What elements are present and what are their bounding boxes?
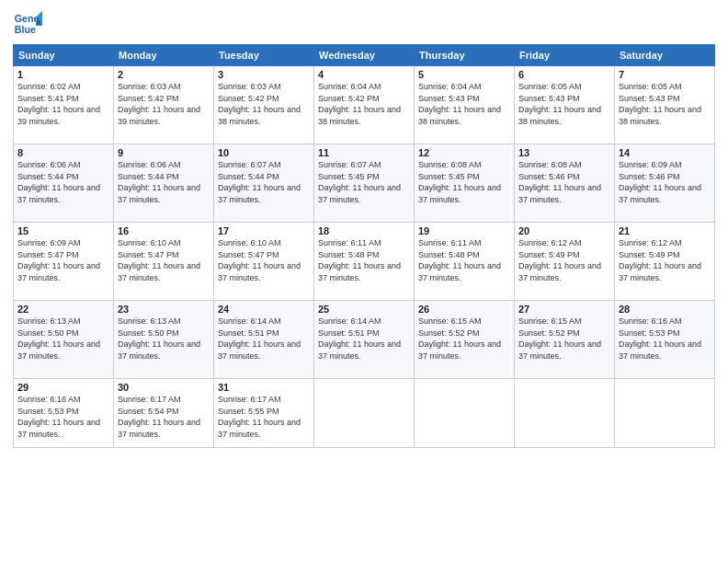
day-number: 17	[218, 225, 310, 236]
day-number: 18	[318, 225, 410, 236]
day-info: Sunrise: 6:08 AMSunset: 5:45 PMDaylight:…	[418, 159, 510, 205]
calendar-cell: 31Sunrise: 6:17 AMSunset: 5:55 PMDayligh…	[214, 379, 314, 448]
calendar-cell	[615, 379, 715, 448]
day-number: 25	[318, 304, 410, 315]
calendar-cell: 7Sunrise: 6:05 AMSunset: 5:43 PMDaylight…	[615, 66, 715, 144]
logo-icon: General Blue	[13, 9, 42, 39]
day-info: Sunrise: 6:04 AMSunset: 5:42 PMDaylight:…	[318, 81, 410, 127]
calendar-cell: 4Sunrise: 6:04 AMSunset: 5:42 PMDaylight…	[314, 66, 415, 144]
calendar-cell: 15Sunrise: 6:09 AMSunset: 5:47 PMDayligh…	[14, 223, 114, 301]
calendar-cell: 9Sunrise: 6:06 AMSunset: 5:44 PMDaylight…	[114, 144, 214, 223]
calendar-cell: 18Sunrise: 6:11 AMSunset: 5:48 PMDayligh…	[314, 223, 415, 301]
weekday-header-row: SundayMondayTuesdayWednesdayThursdayFrid…	[14, 45, 715, 66]
weekday-header-thursday: Thursday	[415, 45, 515, 66]
calendar-cell: 30Sunrise: 6:17 AMSunset: 5:54 PMDayligh…	[114, 379, 214, 448]
calendar-cell: 2Sunrise: 6:03 AMSunset: 5:42 PMDaylight…	[114, 66, 214, 144]
calendar-cell	[415, 379, 515, 448]
day-number: 29	[17, 382, 109, 393]
day-info: Sunrise: 6:10 AMSunset: 5:47 PMDaylight:…	[118, 237, 210, 283]
day-number: 16	[118, 225, 210, 236]
day-info: Sunrise: 6:05 AMSunset: 5:43 PMDaylight:…	[518, 81, 610, 127]
calendar-cell	[515, 379, 615, 448]
calendar-cell: 22Sunrise: 6:13 AMSunset: 5:50 PMDayligh…	[14, 301, 114, 379]
week-row-5: 29Sunrise: 6:16 AMSunset: 5:53 PMDayligh…	[14, 379, 715, 448]
day-info: Sunrise: 6:03 AMSunset: 5:42 PMDaylight:…	[218, 81, 310, 127]
day-info: Sunrise: 6:10 AMSunset: 5:47 PMDaylight:…	[218, 237, 310, 283]
day-number: 2	[118, 69, 210, 80]
day-number: 14	[619, 147, 711, 158]
day-info: Sunrise: 6:09 AMSunset: 5:47 PMDaylight:…	[17, 237, 109, 283]
day-info: Sunrise: 6:09 AMSunset: 5:46 PMDaylight:…	[619, 159, 711, 205]
calendar-cell: 10Sunrise: 6:07 AMSunset: 5:44 PMDayligh…	[214, 144, 314, 223]
calendar-cell: 25Sunrise: 6:14 AMSunset: 5:51 PMDayligh…	[314, 301, 415, 379]
day-number: 31	[218, 382, 310, 393]
week-row-4: 22Sunrise: 6:13 AMSunset: 5:50 PMDayligh…	[14, 301, 715, 379]
weekday-header-tuesday: Tuesday	[214, 45, 314, 66]
day-info: Sunrise: 6:03 AMSunset: 5:42 PMDaylight:…	[118, 81, 210, 127]
calendar-cell: 11Sunrise: 6:07 AMSunset: 5:45 PMDayligh…	[314, 144, 415, 223]
day-number: 28	[619, 304, 711, 315]
day-number: 21	[619, 225, 711, 236]
day-number: 15	[17, 225, 109, 236]
day-number: 24	[218, 304, 310, 315]
day-info: Sunrise: 6:07 AMSunset: 5:44 PMDaylight:…	[218, 159, 310, 205]
weekday-header-saturday: Saturday	[615, 45, 715, 66]
day-number: 13	[518, 147, 610, 158]
logo: General Blue	[13, 9, 46, 39]
calendar-cell: 19Sunrise: 6:11 AMSunset: 5:48 PMDayligh…	[415, 223, 515, 301]
day-number: 3	[218, 69, 310, 80]
calendar-cell: 23Sunrise: 6:13 AMSunset: 5:50 PMDayligh…	[114, 301, 214, 379]
day-number: 22	[17, 304, 109, 315]
calendar: SundayMondayTuesdayWednesdayThursdayFrid…	[13, 44, 715, 448]
day-number: 4	[318, 69, 410, 80]
day-number: 6	[518, 69, 610, 80]
calendar-cell: 5Sunrise: 6:04 AMSunset: 5:43 PMDaylight…	[415, 66, 515, 144]
day-info: Sunrise: 6:12 AMSunset: 5:49 PMDaylight:…	[518, 237, 610, 283]
calendar-cell: 1Sunrise: 6:02 AMSunset: 5:41 PMDaylight…	[14, 66, 114, 144]
day-info: Sunrise: 6:17 AMSunset: 5:54 PMDaylight:…	[118, 394, 210, 440]
day-number: 12	[418, 147, 510, 158]
day-info: Sunrise: 6:11 AMSunset: 5:48 PMDaylight:…	[418, 237, 510, 283]
calendar-cell	[314, 379, 415, 448]
calendar-cell: 13Sunrise: 6:08 AMSunset: 5:46 PMDayligh…	[515, 144, 615, 223]
week-row-1: 1Sunrise: 6:02 AMSunset: 5:41 PMDaylight…	[14, 66, 715, 144]
day-info: Sunrise: 6:06 AMSunset: 5:44 PMDaylight:…	[118, 159, 210, 205]
calendar-cell: 26Sunrise: 6:15 AMSunset: 5:52 PMDayligh…	[415, 301, 515, 379]
day-info: Sunrise: 6:16 AMSunset: 5:53 PMDaylight:…	[619, 316, 711, 362]
day-number: 11	[318, 147, 410, 158]
day-number: 8	[17, 147, 109, 158]
page: General Blue SundayMondayTuesdayWednesda…	[0, 0, 728, 563]
day-info: Sunrise: 6:15 AMSunset: 5:52 PMDaylight:…	[418, 316, 510, 362]
day-info: Sunrise: 6:06 AMSunset: 5:44 PMDaylight:…	[17, 159, 109, 205]
weekday-header-friday: Friday	[515, 45, 615, 66]
day-info: Sunrise: 6:13 AMSunset: 5:50 PMDaylight:…	[17, 316, 109, 362]
weekday-header-monday: Monday	[114, 45, 214, 66]
weekday-header-wednesday: Wednesday	[314, 45, 415, 66]
day-info: Sunrise: 6:17 AMSunset: 5:55 PMDaylight:…	[218, 394, 310, 440]
day-number: 27	[518, 304, 610, 315]
svg-text:Blue: Blue	[15, 24, 36, 35]
weekday-header-sunday: Sunday	[14, 45, 114, 66]
day-info: Sunrise: 6:15 AMSunset: 5:52 PMDaylight:…	[518, 316, 610, 362]
day-info: Sunrise: 6:05 AMSunset: 5:43 PMDaylight:…	[619, 81, 711, 127]
day-number: 23	[118, 304, 210, 315]
calendar-cell: 12Sunrise: 6:08 AMSunset: 5:45 PMDayligh…	[415, 144, 515, 223]
day-info: Sunrise: 6:04 AMSunset: 5:43 PMDaylight:…	[418, 81, 510, 127]
day-info: Sunrise: 6:07 AMSunset: 5:45 PMDaylight:…	[318, 159, 410, 205]
week-row-3: 15Sunrise: 6:09 AMSunset: 5:47 PMDayligh…	[14, 223, 715, 301]
calendar-cell: 6Sunrise: 6:05 AMSunset: 5:43 PMDaylight…	[515, 66, 615, 144]
calendar-cell: 20Sunrise: 6:12 AMSunset: 5:49 PMDayligh…	[515, 223, 615, 301]
calendar-cell: 17Sunrise: 6:10 AMSunset: 5:47 PMDayligh…	[214, 223, 314, 301]
calendar-cell: 24Sunrise: 6:14 AMSunset: 5:51 PMDayligh…	[214, 301, 314, 379]
day-number: 19	[418, 225, 510, 236]
day-number: 1	[17, 69, 109, 80]
header: General Blue	[13, 9, 715, 39]
day-info: Sunrise: 6:12 AMSunset: 5:49 PMDaylight:…	[619, 237, 711, 283]
day-number: 30	[118, 382, 210, 393]
day-number: 20	[518, 225, 610, 236]
calendar-cell: 27Sunrise: 6:15 AMSunset: 5:52 PMDayligh…	[515, 301, 615, 379]
day-number: 10	[218, 147, 310, 158]
day-number: 26	[418, 304, 510, 315]
calendar-cell: 16Sunrise: 6:10 AMSunset: 5:47 PMDayligh…	[114, 223, 214, 301]
day-info: Sunrise: 6:16 AMSunset: 5:53 PMDaylight:…	[17, 394, 109, 440]
